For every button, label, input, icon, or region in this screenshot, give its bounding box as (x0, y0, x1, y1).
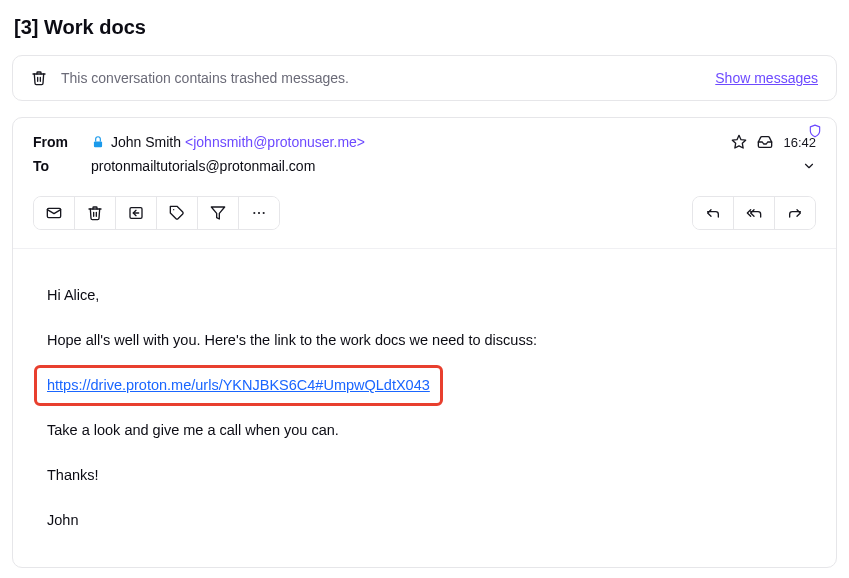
reply-button[interactable] (693, 197, 733, 229)
drive-link[interactable]: https://drive.proton.me/urls/YKNJBKS6C4#… (47, 377, 430, 393)
svg-marker-1 (733, 135, 746, 148)
sender-name[interactable]: John Smith (111, 134, 181, 150)
body-greeting: Hi Alice, (47, 285, 802, 306)
email-body: Hi Alice, Hope all's well with you. Here… (13, 249, 836, 567)
sender-email[interactable]: <johnsmith@protonuser.me> (185, 134, 365, 150)
star-icon[interactable] (731, 134, 747, 150)
archive-button[interactable] (115, 197, 156, 229)
from-row: From John Smith <johnsmith@protonuser.me… (33, 134, 816, 150)
show-messages-link[interactable]: Show messages (715, 70, 818, 86)
toolbar-left (33, 196, 280, 230)
body-line2: Take a look and give me a call when you … (47, 420, 802, 441)
body-thanks: Thanks! (47, 465, 802, 486)
to-label: To (33, 158, 91, 174)
toolbar-right (692, 196, 816, 230)
to-row: To protonmailtutorials@protonmail.com (33, 158, 816, 174)
lock-icon (91, 135, 105, 149)
mark-unread-button[interactable] (34, 197, 74, 229)
reply-all-button[interactable] (733, 197, 774, 229)
label-button[interactable] (156, 197, 197, 229)
link-highlight: https://drive.proton.me/urls/YKNJBKS6C4#… (34, 365, 443, 406)
svg-point-8 (258, 212, 260, 214)
forward-button[interactable] (774, 197, 815, 229)
body-signoff: John (47, 510, 802, 531)
trash-icon (31, 70, 47, 86)
email-subject: [3] Work docs (14, 16, 837, 39)
svg-point-9 (263, 212, 265, 214)
svg-marker-6 (211, 207, 224, 219)
more-button[interactable] (238, 197, 279, 229)
svg-point-7 (253, 212, 255, 214)
delete-button[interactable] (74, 197, 115, 229)
banner-message: This conversation contains trashed messa… (61, 70, 715, 86)
recipient: protonmailtutorials@protonmail.com (91, 158, 802, 174)
body-line1: Hope all's well with you. Here's the lin… (47, 330, 802, 351)
svg-rect-0 (94, 141, 102, 147)
filter-button[interactable] (197, 197, 238, 229)
chevron-down-icon[interactable] (802, 159, 816, 173)
inbox-icon (757, 134, 773, 150)
trash-banner: This conversation contains trashed messa… (12, 55, 837, 101)
from-label: From (33, 134, 91, 150)
email-card: From John Smith <johnsmith@protonuser.me… (12, 117, 837, 568)
shield-icon (808, 124, 822, 138)
